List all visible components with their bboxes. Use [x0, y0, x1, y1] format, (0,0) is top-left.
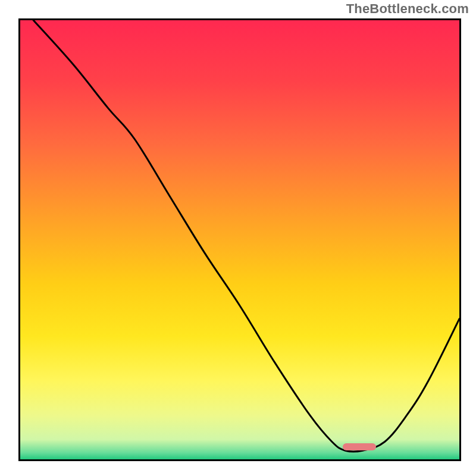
- chart-root: TheBottleneck.com: [0, 0, 476, 476]
- watermark-text: TheBottleneck.com: [346, 1, 469, 17]
- plot-svg: [20, 20, 459, 459]
- minimum-marker: [343, 443, 375, 450]
- plot-area: [18, 18, 461, 461]
- gradient-bg: [20, 20, 459, 459]
